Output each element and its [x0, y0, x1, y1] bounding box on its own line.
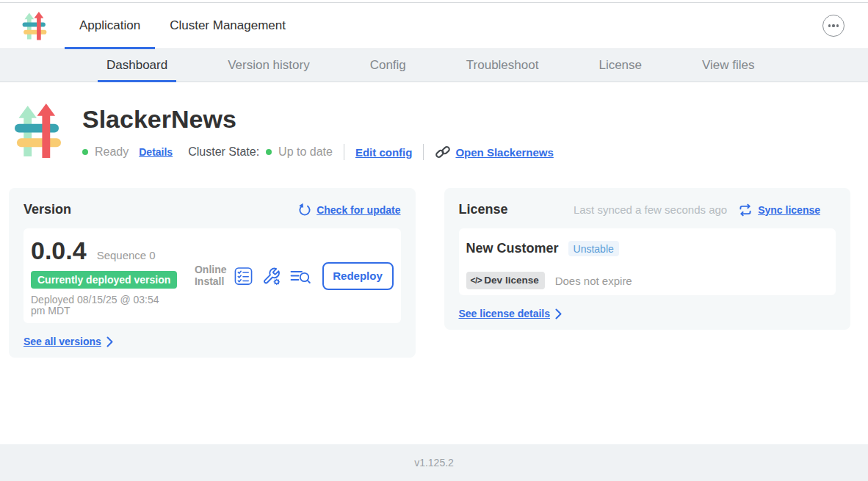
- see-license-details-link[interactable]: See license details: [459, 308, 563, 319]
- more-menu-button[interactable]: [822, 15, 845, 37]
- link-icon: [435, 145, 451, 159]
- ellipsis-icon: [828, 24, 839, 26]
- license-expiry: Does not expire: [555, 275, 632, 287]
- license-card-title: License: [459, 202, 508, 217]
- chevron-right-icon: [555, 308, 562, 319]
- check-for-update-label: Check for update: [317, 204, 400, 216]
- view-logs-icon[interactable]: [290, 267, 311, 286]
- tab-dashboard[interactable]: Dashboard: [98, 49, 176, 82]
- open-app-link[interactable]: Open Slackernews: [435, 145, 553, 159]
- sequence-label: Sequence 0: [97, 249, 156, 261]
- tab-view-files-label: View files: [702, 58, 755, 73]
- tab-version-history[interactable]: Version history: [219, 49, 319, 82]
- divider: [423, 144, 424, 160]
- customer-name: New Customer: [466, 241, 559, 256]
- license-panel: New Customer Unstable </> Dev license Do…: [459, 228, 836, 295]
- check-for-update-link[interactable]: Check for update: [297, 203, 400, 217]
- nav-tab-application-label: Application: [79, 18, 140, 33]
- main-nav: Application Cluster Management: [65, 3, 300, 48]
- app-title: SlackerNews: [82, 105, 554, 133]
- app-icon: [15, 102, 61, 159]
- current-version-panel: 0.0.4 Sequence 0 Currently deployed vers…: [23, 228, 401, 323]
- sync-license-link[interactable]: Sync license: [738, 203, 820, 217]
- install-type-label: Online Install: [195, 264, 227, 287]
- preflight-checks-icon[interactable]: [234, 267, 253, 286]
- license-type-badge: </> Dev license: [466, 272, 545, 289]
- app-status-dot: [82, 149, 88, 155]
- app-status-text: Ready: [95, 145, 129, 159]
- see-all-versions-label: See all versions: [23, 336, 101, 347]
- license-card: License Last synced a few seconds ago Sy…: [444, 188, 851, 330]
- main-header: Application Cluster Management: [0, 3, 868, 49]
- version-card: Version Check for update 0.0.4 Sequence …: [9, 188, 416, 358]
- refresh-icon: [297, 203, 311, 217]
- status-details-link[interactable]: Details: [139, 146, 173, 158]
- deployed-timestamp: Deployed 08/15/25 @ 03:54 pm MDT: [31, 294, 167, 317]
- tab-view-files[interactable]: View files: [693, 49, 764, 82]
- see-license-details-label: See license details: [459, 308, 551, 319]
- edit-config-link[interactable]: Edit config: [355, 146, 413, 159]
- sync-license-label: Sync license: [758, 204, 820, 216]
- tab-version-history-label: Version history: [228, 58, 310, 73]
- cluster-state-label: Cluster State:: [188, 145, 259, 159]
- cluster-status-dot: [266, 149, 272, 155]
- nav-tab-cluster-management-label: Cluster Management: [170, 18, 286, 33]
- open-app-label: Open Slackernews: [455, 146, 553, 159]
- app-header-block: SlackerNews Ready Details Cluster State:…: [15, 102, 868, 160]
- tab-config-label: Config: [370, 58, 406, 73]
- status-row: Ready Details Cluster State: Up to date …: [82, 144, 554, 160]
- tab-config[interactable]: Config: [361, 49, 415, 82]
- redeploy-button[interactable]: Redeploy: [322, 262, 394, 290]
- chevron-right-icon: [106, 336, 113, 347]
- version-card-title: Version: [23, 202, 71, 217]
- see-all-versions-link[interactable]: See all versions: [23, 336, 113, 347]
- nav-tab-application[interactable]: Application: [65, 3, 155, 48]
- sync-icon: [738, 203, 753, 217]
- deployed-badge: Currently deployed version: [31, 271, 177, 289]
- tab-license[interactable]: License: [590, 49, 651, 82]
- dashboard-content: SlackerNews Ready Details Cluster State:…: [0, 82, 868, 358]
- license-type-label: Dev license: [484, 275, 538, 286]
- divider: [344, 144, 344, 160]
- current-version: 0.0.4: [31, 236, 87, 264]
- footer: v1.125.2: [0, 444, 868, 481]
- app-subnav: Dashboard Version history Config Trouble…: [0, 49, 868, 82]
- tab-dashboard-label: Dashboard: [106, 58, 167, 73]
- tab-license-label: License: [598, 58, 642, 73]
- channel-badge: Unstable: [568, 241, 619, 256]
- console-version: v1.125.2: [414, 457, 454, 469]
- config-icon[interactable]: [262, 267, 281, 286]
- code-icon: </>: [471, 275, 482, 286]
- tab-troubleshoot[interactable]: Troubleshoot: [457, 49, 548, 82]
- nav-tab-cluster-management[interactable]: Cluster Management: [155, 3, 300, 48]
- tab-troubleshoot-label: Troubleshoot: [466, 58, 539, 73]
- app-logo-icon: [22, 11, 47, 40]
- cluster-state-text: Up to date: [278, 145, 333, 159]
- last-synced-text: Last synced a few seconds ago: [574, 203, 727, 216]
- dashboard-cards: Version Check for update 0.0.4 Sequence …: [9, 188, 850, 358]
